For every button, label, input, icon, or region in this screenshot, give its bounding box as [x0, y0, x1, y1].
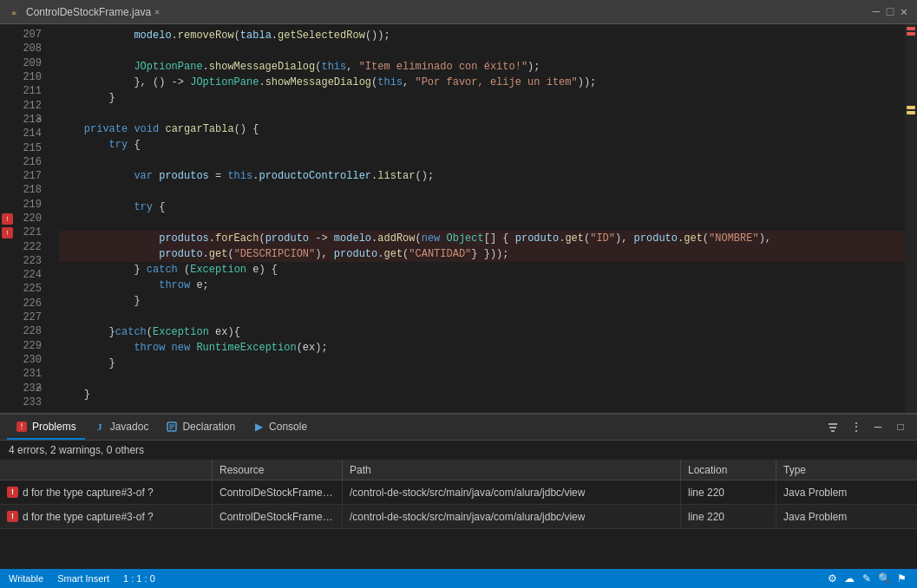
table-body: !d for the type capture#3-of ?ControlDeS…: [0, 480, 917, 529]
line-number-227: 227: [0, 310, 49, 324]
header-resource: Resource: [213, 460, 343, 480]
tab-console[interactable]: ▶ Console: [244, 415, 316, 440]
code-line-222: } catch (Exception e) {: [59, 262, 905, 278]
tab-problems[interactable]: ! Problems: [7, 415, 85, 440]
status-right-icons: ⚙ ☁ ✎ 🔍 ⚑: [825, 572, 908, 585]
problem-type: Java Problem: [776, 480, 917, 504]
problem-location: line 220: [681, 505, 776, 528]
problem-path: /control-de-stock/src/main/java/com/alur…: [343, 505, 681, 528]
code-editor[interactable]: 207208209210211212⊖213214215216217218219…: [0, 24, 917, 413]
title-bar: ☕ ControlDeStockFrame.java ✕ ─ □ ✕: [0, 0, 917, 24]
status-icon-3[interactable]: ✎: [860, 572, 874, 585]
code-line-228: }: [59, 356, 905, 371]
problems-table: Resource Path Location Type !d for the t…: [0, 460, 917, 569]
tab-problems-label: Problems: [32, 421, 76, 433]
code-line-214: try {: [59, 137, 905, 153]
declaration-tab-icon: [166, 421, 178, 433]
line-number-217: 217: [0, 169, 49, 183]
line-number-222: 222: [0, 239, 49, 253]
code-line-210: }, () -> JOptionPane.showMessageDialog(t…: [59, 75, 905, 90]
problems-tab-icon: !: [16, 421, 28, 433]
problem-path: /control-de-stock/src/main/java/com/alur…: [343, 480, 681, 504]
error-scroll-marker-2: [907, 32, 915, 36]
line-number-228: 228: [0, 324, 49, 338]
line-number-214: 214: [0, 127, 49, 140]
panel-tab-bar: ! Problems J Javadoc: [0, 415, 917, 441]
code-line-217: [59, 184, 905, 199]
line-number-209: 209: [0, 56, 49, 70]
code-line-221: produto.get("DESCRIPCION"), produto.get(…: [59, 246, 905, 262]
close-window-button[interactable]: ✕: [898, 6, 910, 18]
code-line-223: throw e;: [59, 278, 905, 293]
code-line-229: [59, 371, 905, 387]
header-description: [0, 460, 213, 480]
line-number-229: 229: [0, 339, 49, 353]
file-tab-title[interactable]: ControlDeStockFrame.java: [26, 6, 151, 18]
status-position: 1 : 1 : 0: [123, 573, 155, 584]
svg-text:!: !: [19, 422, 23, 431]
line-number-224: 224: [0, 268, 49, 282]
line-number-210: 210: [0, 70, 49, 84]
problem-description: !d for the type capture#3-of ?: [0, 480, 213, 504]
tab-console-label: Console: [269, 421, 307, 433]
code-line-213: private void cargarTabla() {: [59, 121, 905, 137]
window-controls: ─ □ ✕: [870, 6, 910, 18]
bottom-panel: ! Problems J Javadoc: [0, 413, 917, 569]
status-icon-4[interactable]: 🔍: [877, 572, 891, 585]
code-line-224: }: [59, 293, 905, 309]
problems-content: 4 errors, 2 warnings, 0 others Resource …: [0, 441, 917, 569]
code-line-226: }catch(Exception ex){: [59, 324, 905, 340]
tab-declaration-label: Declaration: [182, 421, 235, 433]
line-number-218: 218: [0, 183, 49, 197]
line-number-211: 211: [0, 84, 49, 98]
problem-resource: ControlDeStockFrame.java: [213, 480, 343, 504]
maximize-panel-button[interactable]: □: [891, 418, 910, 437]
code-line-218: try {: [59, 199, 905, 215]
table-row[interactable]: !d for the type capture#3-of ?ControlDeS…: [0, 505, 917, 529]
line-number-230: 230: [0, 353, 49, 367]
code-line-211: }: [59, 90, 905, 106]
tab-declaration[interactable]: Declaration: [157, 415, 244, 440]
tab-close-icon[interactable]: ✕: [154, 7, 160, 17]
minimize-button[interactable]: ─: [870, 6, 882, 18]
more-options-button[interactable]: ⋮: [846, 418, 865, 437]
filter-button[interactable]: [823, 418, 842, 437]
line-number-231: 231: [0, 367, 49, 381]
status-icon-2[interactable]: ☁: [842, 572, 856, 585]
line-number-233: 233: [0, 395, 49, 409]
code-line-208: [59, 43, 905, 59]
svg-text:!: !: [5, 216, 9, 223]
status-icon-1[interactable]: ⚙: [825, 572, 839, 585]
warning-scroll-marker-2: [907, 111, 915, 114]
table-row[interactable]: !d for the type capture#3-of ?ControlDeS…: [0, 480, 917, 505]
error-scroll-marker: [907, 27, 915, 30]
header-path: Path: [343, 460, 681, 480]
code-line-216: var produtos = this.productoController.l…: [59, 168, 905, 184]
code-line-207: modelo.removeRow(tabla.getSelectedRow())…: [59, 28, 905, 43]
table-header: Resource Path Location Type: [0, 460, 917, 480]
minimize-panel-button[interactable]: ─: [868, 418, 888, 437]
line-number-225: 225: [0, 282, 49, 296]
problem-description: !d for the type capture#3-of ?: [0, 505, 213, 528]
line-number-221: !221: [0, 225, 49, 239]
maximize-button[interactable]: □: [884, 6, 896, 18]
javadoc-tab-icon: J: [94, 421, 106, 433]
console-tab-icon: ▶: [252, 421, 265, 433]
code-line-231: [59, 402, 905, 413]
vertical-scrollbar[interactable]: [905, 24, 917, 413]
code-content[interactable]: modelo.removeRow(tabla.getSelectedRow())…: [49, 24, 905, 413]
code-line-212: [59, 106, 905, 121]
line-number-212: 212: [0, 98, 49, 112]
line-number-208: 208: [0, 42, 49, 56]
line-number-215: 215: [0, 140, 49, 154]
status-icon-5[interactable]: ⚑: [894, 572, 908, 585]
line-number-216: 216: [0, 155, 49, 169]
problems-summary: 4 errors, 2 warnings, 0 others: [0, 441, 917, 460]
line-number-223: 223: [0, 254, 49, 268]
problem-location: line 220: [681, 480, 776, 504]
line-number-213: ⊖213: [0, 113, 49, 127]
tab-javadoc[interactable]: J Javadoc: [85, 415, 158, 440]
header-type: Type: [776, 460, 917, 480]
line-number-226: 226: [0, 297, 49, 310]
warning-scroll-marker: [907, 106, 915, 109]
